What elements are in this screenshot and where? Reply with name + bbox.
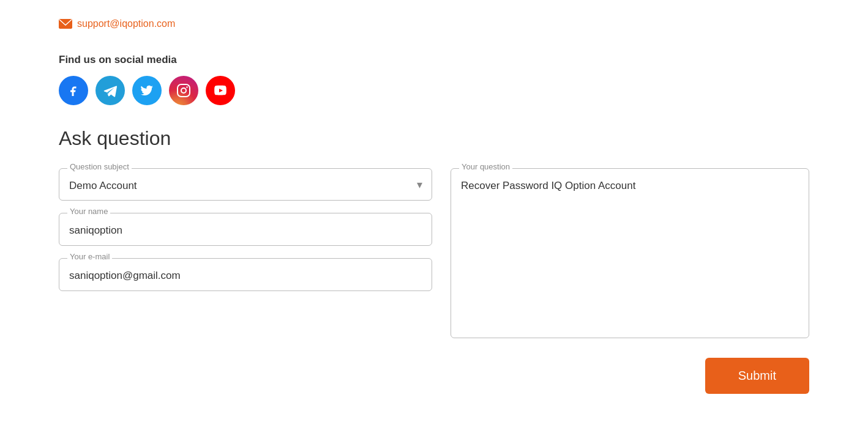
instagram-icon[interactable] [169, 76, 198, 105]
your-question-field: Your question Recover Password IQ Option… [451, 168, 809, 341]
facebook-icon[interactable] [59, 76, 88, 105]
your-email-input[interactable] [59, 258, 432, 291]
submit-button[interactable]: Submit [705, 358, 809, 394]
your-question-textarea[interactable]: Recover Password IQ Option Account [451, 168, 809, 338]
your-email-label: Your e-mail [67, 252, 112, 261]
youtube-icon[interactable] [206, 76, 235, 105]
your-name-label: Your name [67, 207, 110, 216]
left-fields: Question subject Demo Account Real Accou… [59, 168, 432, 291]
question-subject-field: Question subject Demo Account Real Accou… [59, 168, 432, 201]
twitter-icon[interactable] [132, 76, 162, 105]
social-label: Find us on social media [59, 54, 809, 66]
question-subject-select[interactable]: Demo Account Real Account Withdrawal Dep… [59, 168, 432, 201]
svg-point-2 [181, 88, 186, 93]
form-layout: Question subject Demo Account Real Accou… [59, 168, 809, 341]
question-subject-label: Question subject [67, 162, 132, 171]
email-section: support@iqoption.com [59, 18, 809, 29]
social-icons-row [59, 76, 809, 105]
your-name-field: Your name [59, 213, 432, 246]
your-question-label: Your question [459, 162, 512, 171]
social-section: Find us on social media [59, 54, 809, 105]
mail-icon [59, 19, 72, 29]
your-name-input[interactable] [59, 213, 432, 246]
ask-question-section: Ask question Question subject Demo Accou… [59, 127, 809, 394]
your-email-field: Your e-mail [59, 258, 432, 291]
ask-question-title: Ask question [59, 127, 809, 150]
question-subject-wrapper: Demo Account Real Account Withdrawal Dep… [59, 168, 432, 201]
email-link[interactable]: support@iqoption.com [77, 18, 175, 29]
submit-row: Submit [59, 358, 809, 394]
svg-point-3 [186, 86, 187, 87]
telegram-icon[interactable] [95, 76, 125, 105]
svg-rect-1 [178, 84, 190, 97]
